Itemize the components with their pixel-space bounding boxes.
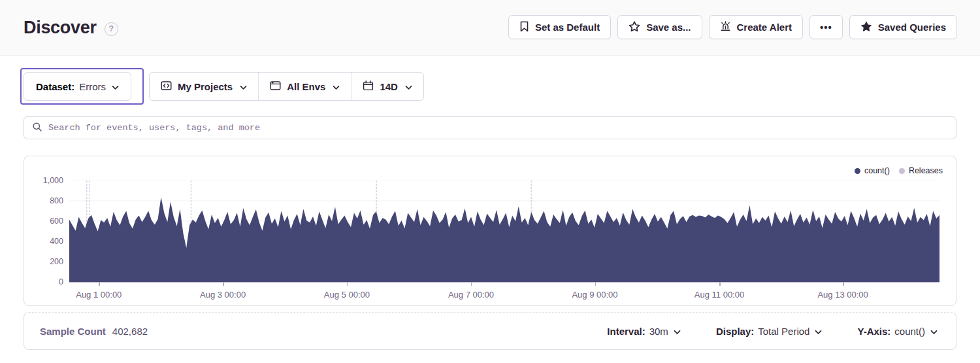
yaxis-dropdown[interactable]: Y-Axis: count() — [857, 326, 938, 337]
legend-count-label: count() — [864, 166, 890, 175]
sample-count-label: Sample Count — [40, 326, 106, 337]
star-outline-icon — [629, 21, 640, 34]
yaxis-value: count() — [894, 326, 925, 337]
save-as-label: Save as... — [646, 22, 691, 33]
x-axis-tick — [471, 283, 472, 286]
create-alert-label: Create Alert — [737, 22, 792, 33]
y-axis-tick-label: 800 — [25, 196, 63, 205]
date-range-filter[interactable]: 14D — [351, 73, 423, 100]
x-axis-tick — [843, 283, 844, 286]
footer-controls: Interval: 30m Display: Total Period Y-Ax… — [607, 326, 938, 337]
environment-filter[interactable]: All Envs — [259, 73, 351, 100]
set-as-default-label: Set as Default — [535, 22, 600, 33]
x-axis-tick-label: Aug 1 00:00 — [59, 290, 138, 300]
siren-icon — [720, 21, 731, 34]
date-range-label: 14D — [380, 81, 398, 92]
x-axis-line — [69, 282, 939, 283]
y-axis-tick-label: 600 — [25, 216, 63, 226]
legend-releases-label: Releases — [909, 166, 943, 175]
y-axis-tick-label: 400 — [25, 237, 63, 246]
environment-filter-label: All Envs — [287, 81, 325, 92]
search-input[interactable] — [48, 123, 948, 133]
star-filled-icon — [860, 21, 872, 34]
saved-queries-button[interactable]: Saved Queries — [849, 15, 957, 39]
saved-queries-label: Saved Queries — [878, 22, 946, 33]
plot-area[interactable] — [69, 181, 939, 282]
filter-row: Dataset: Errors My Projects — [0, 68, 980, 106]
sample-count: Sample Count 402,682 — [40, 326, 148, 337]
set-as-default-button[interactable]: Set as Default — [508, 15, 611, 39]
x-axis-tick-label: Aug 3 00:00 — [184, 290, 262, 300]
x-axis-tick-label: Aug 13 00:00 — [804, 290, 882, 300]
interval-value: 30m — [649, 326, 668, 337]
chevron-down-icon — [815, 326, 822, 337]
y-axis-tick-label: 0 — [25, 277, 63, 286]
ellipsis-icon: ••• — [820, 22, 832, 33]
search-icon — [32, 122, 42, 135]
chart-legend: count() Releases — [855, 166, 943, 175]
chevron-down-icon — [930, 326, 938, 337]
yaxis-label: Y-Axis: — [857, 326, 890, 337]
y-axis-tick-label: 200 — [25, 257, 63, 266]
count-series-dot — [855, 168, 860, 174]
chevron-down-icon — [112, 81, 119, 92]
y-axis-tick-label: 1,000 — [25, 176, 63, 185]
calendar-icon — [363, 80, 374, 93]
bookmark-icon — [519, 21, 529, 34]
search-bar — [24, 116, 956, 139]
display-value: Total Period — [758, 326, 809, 337]
chevron-down-icon — [674, 326, 681, 337]
project-icon — [161, 80, 172, 93]
display-dropdown[interactable]: Display: Total Period — [716, 326, 823, 337]
page-title: Discover — [24, 18, 97, 38]
x-axis-tick-label: Aug 9 00:00 — [556, 290, 634, 300]
x-axis-tick-label: Aug 7 00:00 — [432, 290, 510, 300]
create-alert-button[interactable]: Create Alert — [709, 15, 803, 39]
page-filter-group: My Projects All Envs — [149, 72, 424, 101]
chevron-down-icon — [333, 81, 340, 92]
projects-filter-label: My Projects — [178, 81, 233, 92]
x-axis-tick — [347, 283, 348, 286]
x-axis-tick-label: Aug 5 00:00 — [308, 290, 386, 300]
chevron-down-icon — [240, 81, 247, 92]
help-icon[interactable]: ? — [105, 22, 118, 36]
legend-item-releases[interactable]: Releases — [899, 166, 943, 175]
x-axis-tick-label: Aug 11 00:00 — [680, 290, 759, 300]
chevron-down-icon — [405, 81, 412, 92]
chart-footer: Sample Count 402,682 Interval: 30m Displ… — [24, 312, 956, 350]
page-header: Discover ? Set as Default Save as... — [0, 0, 980, 56]
dataset-label: Dataset: — [36, 81, 74, 92]
x-axis-tick — [223, 283, 224, 286]
legend-item-count[interactable]: count() — [855, 166, 890, 175]
save-as-button[interactable]: Save as... — [617, 15, 702, 39]
more-options-button[interactable]: ••• — [809, 15, 843, 39]
sample-count-value: 402,682 — [112, 326, 148, 337]
window-icon — [270, 80, 281, 93]
header-actions: Set as Default Save as... Create Alert •… — [508, 15, 957, 39]
releases-dot — [899, 168, 905, 174]
x-axis-tick — [595, 283, 596, 286]
dataset-dropdown[interactable]: Dataset: Errors — [24, 72, 131, 101]
chart-panel: count() Releases 02004006008001,000 Aug … — [24, 156, 956, 306]
x-axis-tick — [719, 283, 721, 286]
projects-filter[interactable]: My Projects — [150, 73, 258, 100]
interval-label: Interval: — [607, 326, 645, 337]
display-label: Display: — [716, 326, 754, 337]
dataset-value: Errors — [79, 81, 106, 92]
x-axis-tick — [99, 283, 100, 286]
interval-dropdown[interactable]: Interval: 30m — [607, 326, 681, 337]
